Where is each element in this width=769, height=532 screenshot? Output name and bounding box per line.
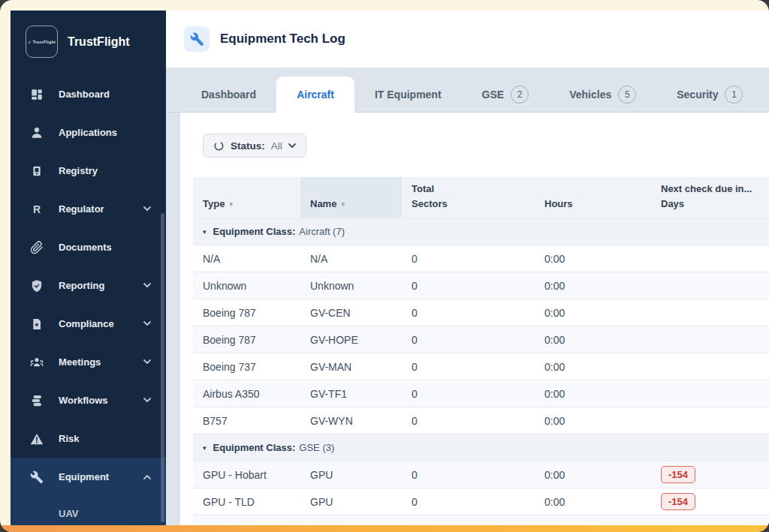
tab-aircraft[interactable]: Aircraft <box>276 77 354 113</box>
people-icon <box>29 356 45 369</box>
sidebar-item-registry[interactable]: Registry <box>11 152 166 190</box>
sidebar-item-label: Equipment <box>59 471 143 482</box>
desktop-background: ✓ TrustFlight TrustFlight DashboardAppli… <box>0 0 769 532</box>
tab-label: Dashboard <box>201 89 256 101</box>
sidebar-item-label: Compliance <box>59 318 143 329</box>
file-star-icon <box>29 317 45 331</box>
equipment-table: Type ▾ Name ▾ TotalSectors Hou <box>193 177 769 525</box>
col-header-name[interactable]: Name ▾ <box>300 177 402 218</box>
cell-name: GV-HOPE <box>300 334 402 346</box>
equipment-class-group-row[interactable]: ▾Equipment Class:GSE (3) <box>193 434 769 461</box>
group-label-prefix: Equipment Class: <box>213 442 296 453</box>
group-label-value: Aircraft (7) <box>299 226 345 237</box>
sidebar: ✓ TrustFlight TrustFlight DashboardAppli… <box>11 11 166 525</box>
sidebar-item-meetings[interactable]: Meetings <box>11 343 166 381</box>
sidebar-item-applications[interactable]: Applications <box>11 113 166 152</box>
sidebar-item-label: Risk <box>59 433 151 444</box>
sidebar-item-compliance[interactable]: Compliance <box>11 305 166 343</box>
table-row[interactable]: N/AN/A00:00 <box>193 245 769 272</box>
cell-days: -154 <box>651 493 769 510</box>
cell-total-sectors: 0 <box>402 307 535 319</box>
cell-days: -154 <box>651 466 769 483</box>
col-header-type[interactable]: Type ▾ <box>193 177 300 218</box>
cell-name: N/A <box>300 253 402 265</box>
tab-vehicles[interactable]: Vehicles5 <box>549 77 656 112</box>
tab-label: GSE <box>482 89 505 101</box>
tab-def[interactable]: Def <box>763 77 769 112</box>
cell-total-sectors: 0 <box>402 469 535 481</box>
status-filter-value: All <box>271 140 282 152</box>
sidebar-item-workflows[interactable]: Workflows <box>11 381 166 419</box>
collapse-chevron-icon: ▾ <box>203 444 207 452</box>
cell-hours: 0:00 <box>535 334 651 346</box>
tab-it-equipment[interactable]: IT Equipment <box>354 77 462 112</box>
tab-security[interactable]: Security1 <box>656 77 763 112</box>
brand-name: TrustFlight <box>68 35 130 49</box>
wrench-icon <box>184 26 210 52</box>
sidebar-nav: DashboardApplicationsRegistryRRegulatorD… <box>11 75 166 525</box>
cell-total-sectors: 0 <box>402 361 535 373</box>
cell-type: N/A <box>193 253 300 265</box>
cell-hours: 0:00 <box>535 496 651 508</box>
page-frame: ✓ TrustFlight TrustFlight DashboardAppli… <box>0 0 769 532</box>
cell-name: GV-CEN <box>300 307 402 319</box>
cell-hours: 0:00 <box>535 253 651 265</box>
cell-type: Boeing 787 <box>193 334 300 346</box>
sidebar-item-dashboard[interactable]: Dashboard <box>11 75 166 113</box>
cell-type: GPU - Hobart <box>193 469 300 481</box>
table-row[interactable]: UnknownUnknown00:00 <box>193 272 769 299</box>
cell-hours: 0:00 <box>535 361 651 373</box>
table-row[interactable]: Boeing 737GV-MAN00:00 <box>193 353 769 380</box>
sidebar-item-label: Registry <box>59 165 151 176</box>
sidebar-item-label: Meetings <box>59 356 143 368</box>
content-panel: Status: All Type ▾ Name ▾ <box>180 113 769 525</box>
cell-hours: 0:00 <box>535 469 651 481</box>
tab-bar: DashboardAircraftIT EquipmentGSE2Vehicle… <box>166 68 769 113</box>
status-filter-button[interactable]: Status: All <box>203 134 306 158</box>
equipment-class-group-row[interactable]: ▾Equipment Class:Aircraft (7) <box>193 218 769 245</box>
col-header-total-sectors[interactable]: TotalSectors <box>402 177 535 218</box>
sidebar-scrollbar[interactable] <box>161 213 164 522</box>
chevron-down-icon <box>143 321 151 326</box>
cell-total-sectors: 0 <box>402 415 535 427</box>
chevron-down-icon <box>143 283 151 288</box>
registry-device-icon <box>29 164 45 178</box>
sidebar-item-reporting[interactable]: Reporting <box>11 266 166 305</box>
tab-label: Security <box>677 89 718 101</box>
brand-header[interactable]: ✓ TrustFlight TrustFlight <box>11 11 166 58</box>
tab-count-badge: 2 <box>511 86 529 104</box>
col-header-hours[interactable]: Hours <box>535 177 651 218</box>
tab-dashboard[interactable]: Dashboard <box>181 77 276 112</box>
tab-gse[interactable]: GSE2 <box>462 77 550 112</box>
cell-name: GV-MAN <box>300 361 402 373</box>
bottom-accent-bar <box>0 525 769 532</box>
shield-check-icon <box>29 279 45 293</box>
sidebar-item-equipment[interactable]: Equipment <box>11 458 166 496</box>
main-area: Equipment Tech Log DashboardAircraftIT E… <box>166 11 769 525</box>
cell-name: GV-WYN <box>300 415 402 427</box>
sort-arrow-icon: ▾ <box>341 200 345 212</box>
sidebar-item-risk[interactable]: Risk <box>11 419 166 458</box>
tab-label: Vehicles <box>569 89 611 101</box>
chevron-down-icon <box>143 398 151 403</box>
person-icon <box>29 126 45 140</box>
letter-r-icon: R <box>29 203 45 215</box>
table-row[interactable]: Airbus A350GV-TF100:00 <box>193 380 769 407</box>
trustflight-logo-icon: ✓ TrustFlight <box>26 26 58 58</box>
cell-name: Unknown <box>300 280 402 292</box>
table-row[interactable]: B757GV-WYN00:00 <box>193 407 769 434</box>
table-row[interactable]: GPU - TLDGPU00:00-154 <box>193 488 769 515</box>
col-header-next-check-days[interactable]: Next check due in...Days <box>651 177 769 218</box>
table-row[interactable]: Boeing 787GV-CEN00:00 <box>193 299 769 326</box>
sidebar-item-documents[interactable]: Documents <box>11 228 166 266</box>
cell-type: GPU - TLD <box>193 496 300 508</box>
status-circle-icon <box>213 140 225 152</box>
cell-hours: 0:00 <box>535 388 651 400</box>
table-row[interactable]: Boeing 787GV-HOPE00:00 <box>193 326 769 353</box>
chevron-down-icon <box>288 143 296 149</box>
sidebar-item-regulator[interactable]: RRegulator <box>11 190 166 228</box>
sidebar-subitem-uav[interactable]: UAV <box>11 496 166 525</box>
table-row[interactable]: Tug - LEKTRO 83Tug00:00 <box>193 515 769 525</box>
sidebar-item-label: Applications <box>59 127 151 138</box>
table-row[interactable]: GPU - HobartGPU00:00-154 <box>193 461 769 488</box>
